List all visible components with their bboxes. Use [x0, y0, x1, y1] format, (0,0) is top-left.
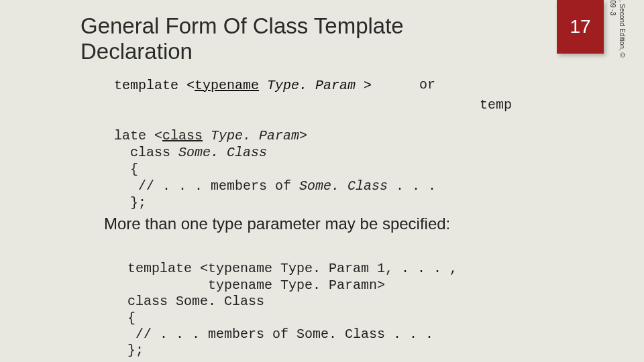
classname: Some. Class — [178, 145, 267, 160]
code-text: class — [114, 145, 178, 160]
page-number-badge: 17 — [557, 0, 604, 54]
code-text: // . . . members of — [114, 178, 299, 194]
code-text: template <typename Type. Param 1, . . . … — [127, 261, 458, 276]
slide: General Form Of Class Template Declarati… — [0, 0, 644, 362]
temp-label: temp — [480, 97, 512, 113]
subheading: More than one type parameter may be spec… — [104, 215, 450, 233]
keyword-typename: typename — [195, 78, 259, 93]
page-title: General Form Of Class Template Declarati… — [80, 13, 510, 64]
code-text: }; — [127, 343, 144, 358]
code-text: template < — [114, 78, 195, 93]
type-param: Type. Param — [259, 78, 356, 93]
classname: Some. Class — [299, 178, 388, 194]
code-text: // . . . members of Some. Class . . . — [127, 326, 433, 342]
code-text: . . . — [388, 178, 436, 194]
type-param: Type. Param — [203, 128, 299, 143]
code-text: }; — [114, 195, 146, 210]
code-line-1: template <typename Type. Param > — [114, 77, 537, 94]
code-text: late < — [114, 128, 162, 143]
code-text: { — [127, 310, 136, 326]
page-number: 17 — [570, 16, 590, 38]
code-block-2: late <class Type. Param> class Some. Cla… — [114, 111, 436, 228]
code-text: > — [299, 128, 307, 143]
code-text: typename Type. Paramn> — [127, 278, 385, 293]
or-label: or — [419, 77, 435, 93]
copyright-text: Nyhoff, ADTs, Data Structures and Proble… — [608, 0, 627, 74]
code-block-3: template <typename Type. Param 1, . . . … — [127, 245, 458, 362]
code-text: class Some. Class — [127, 294, 264, 309]
keyword-class: class — [162, 128, 203, 143]
code-text: > — [356, 78, 372, 93]
code-text: { — [114, 162, 138, 177]
